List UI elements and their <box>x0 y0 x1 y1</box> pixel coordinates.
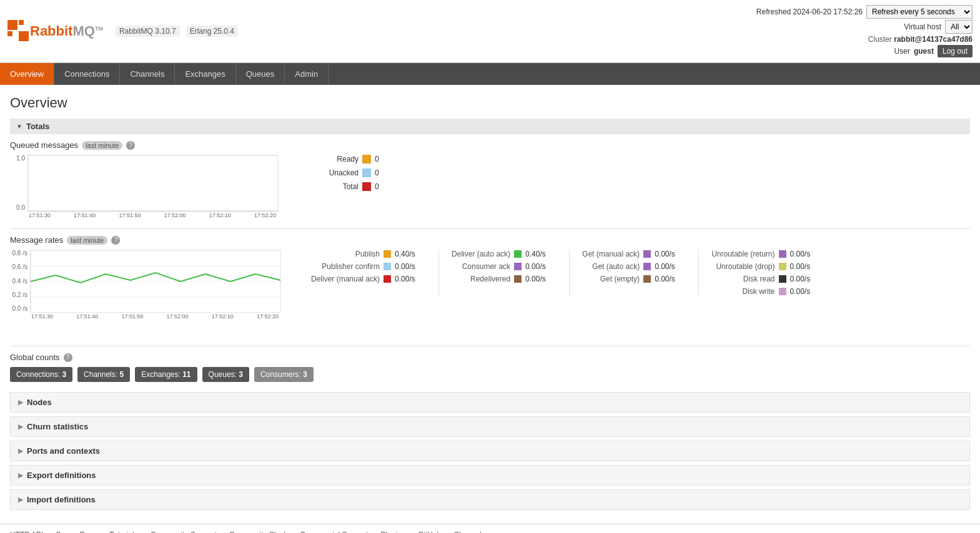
queued-x-labels: 17:51:30 17:51:40 17:51:50 17:52:00 17:5… <box>27 212 277 218</box>
import-section: ▶ Import definitions <box>10 489 970 510</box>
ports-label: Ports and contexts <box>27 446 100 456</box>
nodes-section-header[interactable]: ▶ Nodes <box>10 392 970 413</box>
queued-y-bottom: 0.0 <box>10 204 25 211</box>
channels-count-btn[interactable]: Channels: 5 <box>77 367 130 382</box>
svg-rect-4 <box>28 155 278 212</box>
footer: HTTP API Server Docs Tutorials Community… <box>0 524 980 533</box>
refresh-select[interactable]: Refresh every 5 seconds Refresh every 10… <box>866 5 973 19</box>
export-arrow-icon: ▶ <box>18 472 23 479</box>
import-section-header[interactable]: ▶ Import definitions <box>10 489 970 510</box>
nav: Overview Connections Channels Exchanges … <box>0 63 980 85</box>
brand-tm: TM <box>95 26 103 32</box>
queued-messages-label: Queued messages <box>10 140 78 150</box>
rates-divider-3 <box>698 250 699 296</box>
footer-community-support[interactable]: Community Support <box>151 531 217 533</box>
rate-deliver-manual-value: 0.00/s <box>395 275 426 283</box>
svg-rect-0 <box>7 20 17 30</box>
export-section-header[interactable]: ▶ Export definitions <box>10 465 970 486</box>
main-content: Overview ▼ Totals Queued messages last m… <box>0 85 980 524</box>
vhost-label: Virtual host <box>904 22 941 31</box>
legend-ready-value: 0 <box>375 155 387 164</box>
svg-rect-2 <box>7 31 12 36</box>
rate-get-auto: Get (auto ack) 0.00/s <box>582 262 686 271</box>
legend-ready-label: Ready <box>321 155 359 164</box>
rate-get-auto-value: 0.00/s <box>655 262 686 271</box>
exchanges-count-btn[interactable]: Exchanges: 11 <box>135 367 197 382</box>
queues-count-btn[interactable]: Queues: 3 <box>202 367 249 382</box>
rate-get-manual-color <box>643 250 651 258</box>
export-label: Export definitions <box>27 471 96 480</box>
rates-divider-1 <box>438 250 439 296</box>
message-rates-title: Message rates last minute ? <box>10 235 970 245</box>
footer-http-api[interactable]: HTTP API <box>10 531 43 533</box>
totals-section-header[interactable]: ▼ Totals <box>10 119 970 134</box>
queued-chart-y-labels: 1.0 0.0 <box>10 155 27 211</box>
rate-pub-confirm-value: 0.00/s <box>395 262 426 271</box>
rate-deliver-auto-color <box>514 250 522 258</box>
nodes-arrow-icon: ▶ <box>18 399 23 406</box>
connections-count-btn[interactable]: Connections: 3 <box>10 367 72 382</box>
rate-consumer-ack: Consumer ack 0.00/s <box>452 262 557 271</box>
footer-github[interactable]: GitHub <box>418 531 441 533</box>
consumers-count-btn[interactable]: Consumers: 3 <box>254 367 314 382</box>
nav-admin[interactable]: Admin <box>285 63 329 85</box>
rate-get-empty-value: 0.00/s <box>655 275 686 283</box>
global-counts-help-icon[interactable]: ? <box>64 353 72 362</box>
rate-get-empty-label: Get (empty) <box>582 275 640 283</box>
footer-tutorials[interactable]: Tutorials <box>109 531 138 533</box>
message-rates-help-icon[interactable]: ? <box>111 236 120 245</box>
footer-changelog[interactable]: Changelog <box>453 531 490 533</box>
rate-publisher-confirm-label: Publisher confirm <box>311 262 380 271</box>
version-info: RabbitMQ 3.10.7 Erlang 25.0.4 <box>116 26 238 37</box>
vhost-select[interactable]: All <box>945 20 973 34</box>
logo-icon <box>7 20 30 42</box>
footer-community-slack[interactable]: Community Slack <box>229 531 287 533</box>
legend-unacked-value: 0 <box>375 169 387 177</box>
rates-col-1: Publish 0.40/s Publisher confirm 0.00/s … <box>311 250 426 296</box>
legend-unacked-color <box>362 169 371 177</box>
ports-section-header[interactable]: ▶ Ports and contexts <box>10 441 970 461</box>
rate-disk-write-label: Disk write <box>711 287 775 296</box>
rate-deliver-manual-label: Deliver (manual ack) <box>311 275 380 283</box>
queued-legend: Ready 0 Unacked 0 Total 0 <box>296 155 387 191</box>
vhost-row: Virtual host All <box>756 20 973 34</box>
refresh-row: Refreshed 2024-06-20 17:52:26 Refresh ev… <box>756 5 973 19</box>
rate-redelivered-color <box>514 275 522 283</box>
queued-messages-title: Queued messages last minute ? <box>10 140 970 150</box>
global-counts-title: Global counts ? <box>10 353 970 362</box>
rate-disk-write-value: 0.00/s <box>790 287 821 296</box>
nav-exchanges[interactable]: Exchanges <box>175 63 235 85</box>
legend-total: Total 0 <box>321 182 387 191</box>
rate-deliver-manual-color <box>384 275 391 283</box>
message-rates-badge: last minute <box>67 236 107 245</box>
rate-redelivered: Redelivered 0.00/s <box>452 275 557 283</box>
ports-section: ▶ Ports and contexts <box>10 441 970 461</box>
nav-channels[interactable]: Channels <box>120 63 175 85</box>
rate-disk-read-label: Disk read <box>711 275 775 283</box>
footer-plugins[interactable]: Plugins <box>381 531 405 533</box>
rates-col-2: Deliver (auto ack) 0.40/s Consumer ack 0… <box>452 250 557 296</box>
footer-commercial-support[interactable]: Commercial Support <box>300 531 368 533</box>
svg-rect-3 <box>19 31 29 41</box>
nav-connections[interactable]: Connections <box>54 63 120 85</box>
cluster-label: Cluster <box>868 35 892 44</box>
totals-label: Totals <box>26 122 49 131</box>
rate-get-auto-label: Get (auto ack) <box>582 262 640 271</box>
rate-redelivered-value: 0.00/s <box>525 275 557 283</box>
rate-pub-confirm-color <box>384 263 391 270</box>
queued-messages-help-icon[interactable]: ? <box>126 141 135 150</box>
nav-queues[interactable]: Queues <box>236 63 285 85</box>
erlang-version: Erlang 25.0.4 <box>186 26 238 37</box>
rate-consumer-ack-color <box>514 263 522 270</box>
header: RabbitMQTM RabbitMQ 3.10.7 Erlang 25.0.4… <box>0 0 980 63</box>
user-row: User guest Log out <box>756 45 973 57</box>
nodes-label: Nodes <box>27 398 52 407</box>
rate-unroutable-drop-label: Unroutable (drop) <box>711 262 775 271</box>
footer-server-docs[interactable]: Server Docs <box>56 531 97 533</box>
nav-overview[interactable]: Overview <box>0 63 54 85</box>
rate-publisher-confirm: Publisher confirm 0.00/s <box>311 262 426 271</box>
rate-redelivered-label: Redelivered <box>452 275 510 283</box>
logout-button[interactable]: Log out <box>938 45 973 57</box>
brand-mq: MQ <box>72 23 94 39</box>
churn-section-header[interactable]: ▶ Churn statistics <box>10 416 970 437</box>
